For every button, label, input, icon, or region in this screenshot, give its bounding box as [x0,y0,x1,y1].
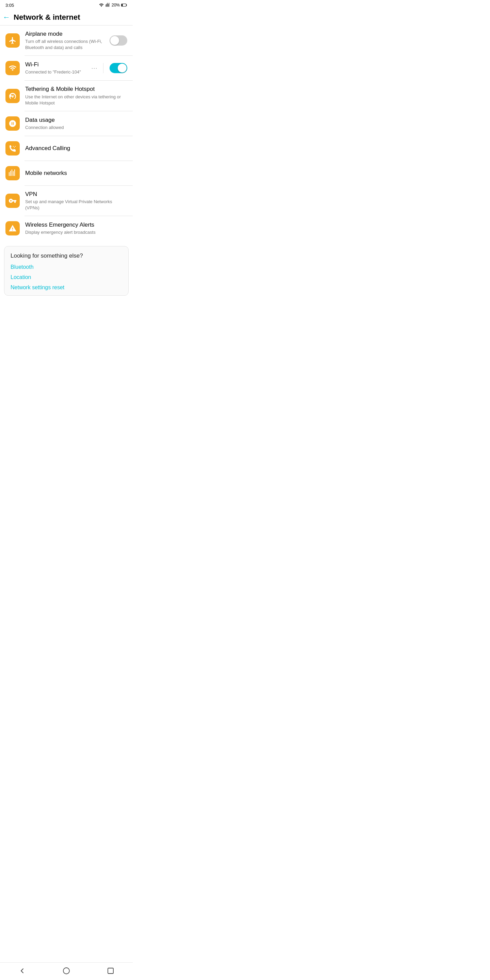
airplane-mode-title: Airplane mode [25,30,110,38]
wifi-divider [103,63,103,73]
mobile-networks-text: Mobile networks [25,169,127,177]
looking-card-title: Looking for something else? [11,253,122,259]
svg-rect-1 [122,4,123,6]
looking-card: Looking for something else? Bluetooth Lo… [4,246,129,296]
tethering-item[interactable]: Tethering & Mobile Hotspot Use the Inter… [0,81,133,111]
battery-icon [121,3,127,7]
mobile-networks-title: Mobile networks [25,169,127,177]
emergency-alerts-text: Wireless Emergency Alerts Display emerge… [25,221,127,235]
wifi-subtitle: Connected to "Frederic-104" [25,69,91,75]
airplane-mode-item[interactable]: Airplane mode Turn off all wireless conn… [0,25,133,56]
airplane-icon [8,37,17,45]
tethering-subtitle: Use the Internet on other devices via te… [25,94,127,106]
alert-icon-container [5,221,20,235]
calling-icon-container [5,141,20,156]
wifi-text: Wi-Fi Connected to "Frederic-104" [25,61,91,75]
hotspot-icon [8,92,17,100]
status-time: 3:05 [5,3,14,8]
advanced-calling-item[interactable]: Advanced Calling [0,136,133,161]
network-reset-link[interactable]: Network settings reset [11,285,122,291]
signal-icon [105,3,110,8]
data-usage-text: Data usage Connection allowed [25,116,127,130]
wifi-title: Wi-Fi [25,61,91,68]
vpn-text: VPN Set up and manage Virtual Private Ne… [25,191,127,211]
tethering-text: Tethering & Mobile Hotspot Use the Inter… [25,86,127,106]
vpn-item[interactable]: VPN Set up and manage Virtual Private Ne… [0,186,133,216]
wifi-icon [8,64,17,72]
bottom-padding [0,301,133,320]
data-usage-title: Data usage [25,116,127,124]
vpn-subtitle: Set up and manage Virtual Private Networ… [25,199,127,211]
back-button[interactable]: ← [3,14,10,21]
vpn-icon-container [5,194,20,208]
calling-icon [8,144,17,153]
airplane-icon-container [5,33,20,48]
airplane-toggle-thumb [110,36,119,45]
wifi-controls: ⋯ [91,63,127,73]
mobile-networks-item[interactable]: Mobile networks [0,161,133,185]
tethering-title: Tethering & Mobile Hotspot [25,86,127,93]
alert-icon [8,224,17,232]
wifi-more-dots[interactable]: ⋯ [91,64,98,72]
airplane-mode-subtitle: Turn off all wireless connections (Wi-Fi… [25,38,110,51]
battery-percent: 20% [111,3,120,8]
wifi-icon-container [5,61,20,75]
location-link[interactable]: Location [11,274,122,280]
bluetooth-link[interactable]: Bluetooth [11,264,122,270]
wifi-status-icon [99,3,104,8]
wifi-item[interactable]: Wi-Fi Connected to "Frederic-104" ⋯ [0,56,133,80]
emergency-alerts-subtitle: Display emergency alert broadcasts [25,229,127,235]
advanced-calling-title: Advanced Calling [25,145,127,152]
advanced-calling-text: Advanced Calling [25,145,127,152]
header: ← Network & internet [0,10,133,25]
page-title: Network & internet [14,13,80,22]
hotspot-icon-container [5,89,20,103]
vpn-icon [8,197,17,205]
emergency-alerts-item[interactable]: Wireless Emergency Alerts Display emerge… [0,216,133,240]
data-usage-subtitle: Connection allowed [25,124,127,130]
mobile-icon-container [5,166,20,180]
status-bar: 3:05 20% [0,0,133,10]
mobile-networks-icon [8,169,17,177]
airplane-mode-text: Airplane mode Turn off all wireless conn… [25,30,110,51]
emergency-alerts-title: Wireless Emergency Alerts [25,221,127,229]
status-icons: 20% [99,3,127,8]
wifi-toggle-thumb [118,64,127,73]
wifi-toggle[interactable] [110,63,127,73]
airplane-mode-toggle[interactable] [110,35,127,46]
vpn-title: VPN [25,191,127,198]
data-icon-container [5,116,20,130]
data-usage-item[interactable]: Data usage Connection allowed [0,111,133,136]
data-usage-icon [8,119,17,127]
